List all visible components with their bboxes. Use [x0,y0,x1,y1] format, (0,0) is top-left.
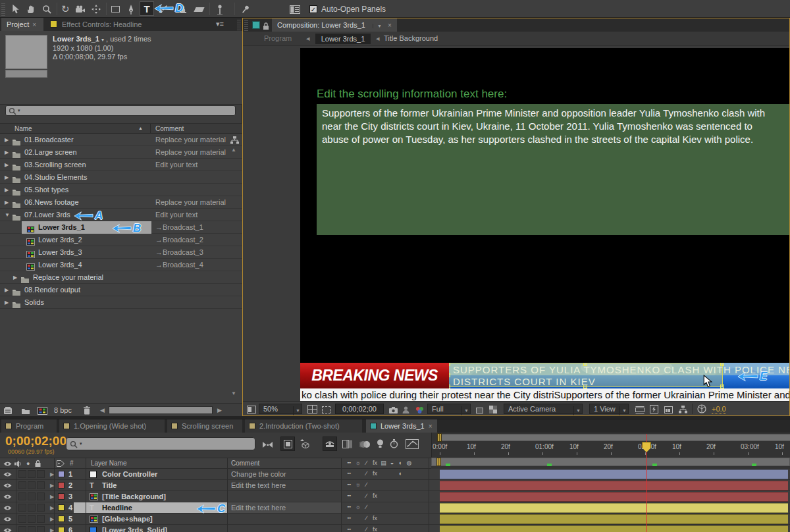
eye-icon[interactable] [3,504,12,512]
eraser-tool-icon[interactable] [195,3,203,15]
project-row[interactable]: ▶05.Shot types [0,184,242,196]
layer-duration-bar[interactable] [440,525,788,532]
layer-switch[interactable]: fx [371,492,379,499]
layer-duration-bar[interactable] [440,481,788,491]
layer-name[interactable]: Headline [102,504,132,512]
time-ruler[interactable]: 0:00f10f20f01:00f10f20f02:00f10f20f03:00… [431,433,790,458]
project-item-name[interactable]: 08.Render output [24,286,80,294]
layer-switch-cell[interactable] [37,492,45,500]
project-item-name[interactable]: 02.Large screen [24,148,77,156]
layer-duration-bar[interactable] [440,503,788,513]
layer-label-color[interactable] [58,527,65,532]
brainstorm-icon[interactable] [377,439,384,451]
auto-open-panels-checkbox[interactable]: ✓ [309,5,317,13]
layer-switch[interactable]: ∕ [362,515,371,521]
breadcrumb-next[interactable]: Title Background [384,34,438,42]
layer-switch[interactable]: ∕ [362,481,371,488]
tab-composition[interactable]: Composition: Lower 3rds_1 ▼ × [272,18,397,32]
project-item-name[interactable]: Solids [24,298,44,306]
project-row[interactable]: ▶Replace your material [0,271,242,284]
layer-switch-cell[interactable] [18,492,26,500]
target-region-icon[interactable] [476,404,483,416]
timeline-tab-scrolling-screen[interactable]: Scrolling screen [167,419,242,433]
project-row[interactable]: ▶06.News footageReplace your material [0,196,242,209]
expand-arrow-icon[interactable]: ▶ [5,187,9,193]
safe-margins-icon[interactable] [307,404,317,416]
layer-label-color[interactable] [58,471,65,477]
panels-icon[interactable] [290,3,300,15]
project-vertical-scrollbar[interactable]: ▲ ▼ [230,135,240,398]
expand-arrow-icon[interactable]: ▶ [5,162,9,168]
expand-arrow-icon[interactable]: ▼ [5,212,10,218]
layer-duration-bar[interactable] [440,514,788,524]
switch-column-icon[interactable]: ◒ [388,460,396,466]
timeline-button-icon[interactable] [664,404,673,416]
project-item-name[interactable]: Replace your material [33,273,103,281]
composition-viewer[interactable]: Edit the scrolling information text here… [243,46,789,401]
layer-switch[interactable]: ╍ [345,470,354,477]
layer-switch-cell[interactable] [37,515,45,523]
comp-mini-flowchart-icon[interactable] [262,439,273,451]
scroll-down-icon[interactable]: ▼ [231,390,236,396]
breadcrumb-current[interactable]: Lower 3rds_1 [315,34,371,44]
eye-icon[interactable] [3,482,12,490]
project-row[interactable]: Lower 3rds_2→Broadcast_2 [0,234,242,246]
layer-switch-cell[interactable] [37,504,45,512]
project-row[interactable]: ▶Solids [0,296,242,309]
search-dropdown-icon[interactable]: ▾ [80,441,82,446]
layer-switch[interactable]: ╍ [345,481,354,488]
comp-marker-strip[interactable] [431,458,790,466]
layer-duration-bar[interactable] [440,469,788,479]
layer-label-color[interactable] [58,504,65,511]
motion-blur-icon[interactable] [359,439,370,451]
project-row[interactable]: ▶08.Render output [0,284,242,296]
eye-icon[interactable] [3,493,12,501]
eye-icon[interactable] [3,516,12,523]
layer-switch[interactable]: fx [371,470,379,477]
flowchart-icon[interactable] [230,135,239,147]
layer-switch[interactable]: ╍ [345,504,354,510]
switch-column-icon[interactable]: fx [371,460,379,466]
composition-canvas[interactable]: Edit the scrolling information text here… [300,48,789,401]
camera-tool-icon[interactable] [76,3,86,15]
project-item-name[interactable]: 07.Lower 3rds [24,211,70,219]
current-timecode[interactable]: 0;00;02;00 [5,434,66,448]
project-item-name[interactable]: Lower 3rds_3 [38,248,82,256]
always-preview-icon[interactable] [247,404,256,416]
toolbar-drag-handle[interactable] [1,2,5,16]
viewer-timecode[interactable]: 0;00;02;00 [335,404,384,414]
show-snapshot-icon[interactable] [402,404,409,416]
timeline-layer-row[interactable]: ▶6[Lower 3rds_Solid]╍∕fx [0,525,790,532]
column-comment[interactable]: Comment [155,125,184,132]
layer-switch[interactable]: ∕ [362,526,371,532]
selection-handle[interactable] [449,373,450,377]
project-row[interactable]: ▶01.BroadcasterReplace your material [0,134,242,146]
selection-tool-icon[interactable] [12,3,20,15]
timeline-layer-row[interactable]: ▶3[Title Background]╍∕fx [0,491,790,502]
layer-switch-cell[interactable] [28,470,36,478]
live-update-icon[interactable] [280,437,295,451]
hscroll-right-icon[interactable]: ▶ [217,407,222,413]
exposure-icon[interactable] [697,404,706,416]
layer-switch-cell[interactable] [28,481,36,489]
expand-arrow-icon[interactable]: ▶ [5,149,9,155]
pen-tool-icon[interactable] [127,3,135,15]
frame-blending-icon[interactable] [342,439,353,451]
column-number[interactable]: # [70,460,74,467]
sort-icon[interactable]: ▲ [138,126,143,130]
project-row[interactable]: Lower 3rds_1→Broadcast_1B [0,221,242,234]
selection-handle[interactable] [449,363,450,366]
timeline-tab-2-introduction-two-shot-[interactable]: 2.Introduction (Two-shot) [245,419,362,433]
layer-switch-cell[interactable] [28,526,36,532]
comp-flowchart-icon[interactable] [679,404,687,416]
layer-switch[interactable]: ◐ [396,470,405,477]
label-icon[interactable] [57,460,65,468]
layer-switch[interactable]: ╍ [345,526,354,532]
close-icon[interactable]: × [429,423,433,430]
layer-switch-cell[interactable] [28,504,36,512]
timeline-layer-row[interactable]: ▶1Color ControllerChange the color╍∕fx◐ [0,469,790,480]
magnification-dropdown[interactable]: 50%▼ [259,404,302,414]
hscroll-left-icon[interactable]: ◀ [100,407,105,413]
shape-tool-icon[interactable] [111,3,120,15]
work-area-bar[interactable] [441,434,790,441]
